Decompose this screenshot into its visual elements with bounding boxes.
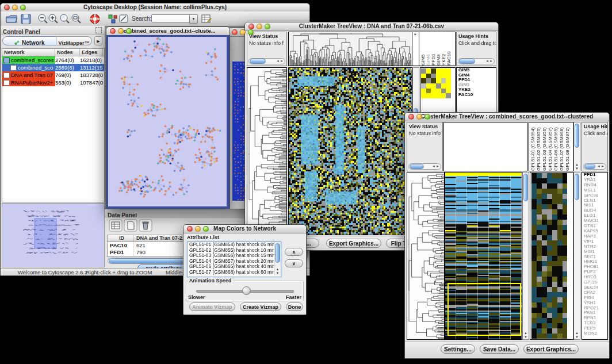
tv2-heatmap-vscrollbar[interactable]: ▲▼ [522,172,529,340]
mini-matrix-cell[interactable] [421,68,426,74]
attribute-list-vscrollbar[interactable]: ▲▼ [274,242,281,275]
mini-matrix-cell[interactable] [436,89,441,94]
scroll-arrows-icon[interactable]: ▲▼ [574,163,580,171]
mini-matrix-cell[interactable] [441,93,446,98]
mini-matrix-cell[interactable] [441,78,446,83]
attribute-list-item[interactable]: GPL51-07 (GSM868) heat shock 60 min [188,270,274,275]
float-panel-icon[interactable] [95,27,102,33]
mini-matrix-cell[interactable] [441,89,446,94]
tv2-gene-list[interactable]: PFD1YRA1RNR4MSL1SPC98CLN1NIS1BUD4ELG1MAK… [582,172,608,340]
scroll-arrows-icon[interactable]: ◄► [597,164,605,169]
treeview1-titlebar[interactable]: ClusterMaker TreeView : DNA and Tran 07-… [245,22,498,31]
tv1-row-dendrogram[interactable] [247,67,287,235]
main-title-bar[interactable]: Cytoscape Desktop (Session Name: collins… [1,3,309,12]
gene-label[interactable]: MON2 [582,331,607,336]
close-button[interactable] [4,5,10,10]
zoom-fit-icon[interactable] [59,13,71,25]
mini-matrix-cell[interactable] [431,74,436,79]
scroll-arrows-icon[interactable]: ▲▼ [274,267,281,275]
mini-matrix-cell[interactable] [436,74,441,79]
mini-matrix-cell[interactable] [441,83,446,89]
network-table-row[interactable]: combined_scores2764(0)16218(0) [2,56,104,64]
network-view-canvas[interactable] [108,37,227,206]
speed-slider-thumb[interactable] [242,286,251,295]
gene-label[interactable]: PAC10 [457,93,496,98]
create-vizmap-button[interactable]: Create Vizmap [240,302,281,311]
tab-overflow-button[interactable]: ▶ [94,36,102,45]
tv2-column-tree-area[interactable] [443,122,527,171]
tv2-usage-hints-hscroll[interactable]: ◄► [583,163,606,170]
tv1-view-status-hscroll[interactable]: ◄► [248,58,285,64]
minimize-button[interactable] [240,29,246,35]
tv1-column-dendrogram[interactable] [288,32,412,66]
network-view-titlebar[interactable]: combined_scores_good.txt--cluste... [106,27,230,36]
column-label[interactable]: PAC10 [446,32,452,66]
tv2-secondary-heatmap[interactable] [530,172,573,340]
mini-matrix-cell[interactable] [421,78,426,83]
help-lifebuoy-icon[interactable] [89,13,101,25]
scroll-arrows-icon[interactable]: ▲▼ [574,331,580,339]
search-dropdown-button[interactable]: ▼ [189,14,198,24]
minimize-button[interactable] [195,226,201,232]
treeview2-titlebar[interactable]: ClusterMaker TreeView : combined_scores_… [405,113,609,121]
mini-matrix-cell[interactable] [426,68,431,74]
tv2-collabel-vscrollbar[interactable]: ▲▼ [573,122,580,171]
minimize-button[interactable] [416,114,422,120]
zoom-button[interactable] [424,114,430,120]
mini-matrix-cell[interactable] [436,93,441,98]
minimize-button[interactable] [12,5,18,10]
mini-matrix-cell[interactable] [446,78,451,83]
close-button[interactable] [110,28,116,34]
mini-matrix-cell[interactable] [421,93,426,98]
mini-matrix-cell[interactable] [446,68,451,74]
strip-arrow-icon[interactable]: ▶ [412,32,419,36]
minimize-button[interactable] [118,28,124,34]
scroll-arrows-icon[interactable]: ◄► [432,164,440,169]
delete-attribute-icon[interactable] [139,219,152,232]
column-label[interactable]: GPL51-07 (GSM868) [559,122,565,171]
column-label[interactable]: GPL51-03 (GSM856) [542,122,548,171]
close-button[interactable] [187,226,193,232]
mini-matrix-cell[interactable] [431,93,436,98]
network-table-row[interactable]: RNAPuberNov2+563(0)107847(0) [2,79,104,86]
column-label[interactable]: GPL51-01 (GSM854) [530,122,536,171]
column-label[interactable]: GPL51-06 (GSM865) [553,122,559,171]
mini-matrix-cell[interactable] [421,89,426,94]
tv2-view-status-hscroll[interactable]: ◄► [408,163,441,170]
zoom-button[interactable] [203,226,209,232]
attribute-table-icon[interactable] [200,13,213,25]
network-column-header[interactable]: Edges [80,49,103,56]
network-table-row[interactable]: combined_sco2569(6)13112(15) [2,64,104,71]
mini-matrix-cell[interactable] [426,78,431,83]
column-label[interactable]: YKE2 [441,32,446,66]
tab-vizmapper[interactable]: VizMapper™ [56,36,92,45]
mini-matrix-cell[interactable] [436,83,441,89]
mini-matrix-cell[interactable] [421,74,426,79]
column-label[interactable]: GIM3 [436,32,441,66]
network-column-header[interactable]: Network [2,49,55,56]
save-icon[interactable] [20,13,32,25]
export-graphics--button[interactable]: Export Graphics... [523,344,579,354]
birdseye-canvas[interactable] [2,204,103,266]
export-graphics--button[interactable]: Export Graphics... [326,239,381,248]
zoom-selected-icon[interactable] [70,13,83,25]
network-column-header[interactable]: Nodes [55,49,80,56]
mini-matrix-cell[interactable] [426,83,431,89]
tab-network[interactable]: Network [2,36,56,45]
zoom-button[interactable] [248,29,254,35]
mini-matrix-cell[interactable] [431,68,436,74]
mini-matrix-cell[interactable] [431,89,436,94]
mini-matrix-cell[interactable] [446,89,451,94]
tv1-mini-matrix[interactable] [421,68,451,98]
tv1-heatmap[interactable] [288,67,412,235]
move-down-button[interactable]: ∨ [285,259,303,267]
open-folder-icon[interactable] [5,13,18,25]
move-up-button[interactable]: ∧ [285,248,303,256]
mini-matrix-cell[interactable] [431,78,436,83]
column-label[interactable]: GIM4 [426,32,431,66]
mini-matrix-cell[interactable] [446,74,451,79]
zoom-in-icon[interactable] [47,13,60,25]
save-data--button[interactable]: Save Data... [480,344,519,354]
birdseye-panel[interactable] [2,203,105,267]
annotation-icon[interactable] [117,13,130,25]
